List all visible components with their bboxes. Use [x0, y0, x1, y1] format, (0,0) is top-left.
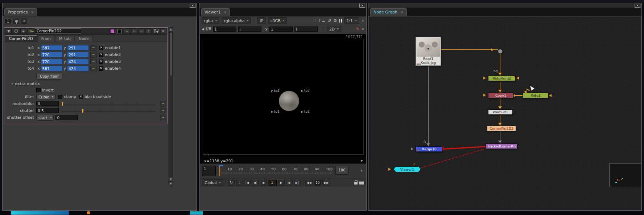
tab-viewer1[interactable]: Viewer1 ✕ [201, 8, 230, 16]
tab-node[interactable]: Node [75, 35, 92, 42]
collapse-panel-icon[interactable]: ▼ [6, 28, 12, 34]
skip-back-button[interactable]: ◀◀ [305, 180, 313, 186]
pin-icon[interactable] [13, 19, 19, 24]
node-dot[interactable] [498, 49, 503, 54]
to2-curve-icon[interactable]: ~ [90, 52, 96, 57]
info-expand-icon[interactable]: ▼ [360, 158, 363, 164]
viewer-canvas[interactable]: 1027,771 3-3 to4 to3 to1 to2 [200, 34, 366, 158]
to3-curve-icon[interactable]: ~ [90, 59, 96, 64]
view-mode-dropdown[interactable]: 2D▾ [327, 26, 341, 32]
taskbar-item[interactable] [11, 211, 69, 215]
gl-color-swatch[interactable] [117, 28, 123, 34]
to1-curve-icon[interactable]: ~ [90, 45, 96, 50]
range-end-box[interactable]: 100 [335, 166, 348, 175]
node-tile-color-swatch[interactable] [110, 28, 115, 34]
enable4-checkbox[interactable]: ✕ [99, 66, 103, 71]
node-name-field[interactable]: CornerPin2D2 [35, 28, 81, 34]
enable3-checkbox[interactable]: ✕ [99, 60, 103, 64]
tab-cornerpin2d[interactable]: CornerPin2D [5, 35, 37, 42]
to2-y-input[interactable]: 291 [67, 52, 89, 57]
shutter-slider[interactable] [62, 109, 156, 112]
scroll-up-icon[interactable]: ▲ [169, 28, 173, 32]
scrollbar-thumb[interactable] [169, 32, 172, 76]
cornerpin-handle-to1[interactable] [271, 111, 273, 113]
cornerpin-handle-to2[interactable] [301, 111, 303, 113]
taskbar-item[interactable] [190, 211, 203, 215]
to4-x-input[interactable]: 587 [41, 66, 63, 71]
center-node-icon[interactable]: + [20, 28, 26, 34]
clear-all-panels-icon[interactable]: ✕ [21, 19, 27, 24]
current-frame-input[interactable]: 1 [202, 166, 216, 176]
motionblur-curve-icon[interactable]: ~ [160, 101, 166, 106]
motionblur-slider[interactable] [62, 102, 156, 105]
monitor-output-icon[interactable] [315, 19, 319, 22]
slider-handle[interactable] [62, 102, 63, 106]
close-panel-icon[interactable]: ✕ [160, 28, 166, 34]
node-graph-window-close-icon[interactable]: ✕ [635, 4, 640, 8]
invert-checkbox[interactable] [36, 88, 41, 92]
tab-node-graph[interactable]: Node Graph ✕ [370, 8, 407, 16]
to3-x-input[interactable]: 720 [41, 59, 63, 64]
shutter-curve-icon[interactable]: ~ [160, 108, 166, 113]
render-flipbook-icon[interactable] [359, 181, 364, 184]
colorspace-dropdown[interactable]: sRGB▾ [268, 17, 287, 24]
to1-x-input[interactable]: 587 [41, 45, 63, 50]
scroll-down-icon[interactable]: ▼ [169, 182, 173, 186]
motionblur-input[interactable]: 0 [36, 101, 59, 106]
tab-properties-close-icon[interactable]: ✕ [31, 11, 34, 14]
gamma-input[interactable]: 1 [269, 27, 293, 32]
gain-input[interactable]: 1 [213, 27, 236, 32]
node-trackedcornerpin[interactable]: TrackedCornerPin [486, 143, 517, 149]
undo-icon[interactable]: ↩ [131, 28, 137, 34]
help-icon[interactable]: ? [146, 28, 152, 34]
shutter-offset-input[interactable]: 0 [55, 115, 78, 120]
tab-viewer1-close-icon[interactable]: ✕ [224, 11, 227, 14]
prev-icon[interactable]: ◀ [202, 27, 204, 31]
timeline-chevrons-icon[interactable]: » [359, 169, 364, 172]
expand-icon[interactable]: ▸ [12, 82, 13, 85]
cornerpin-handle-to3[interactable] [301, 90, 303, 92]
cornerpinned-image[interactable] [279, 91, 299, 111]
go-to-end-button[interactable]: ▶| [294, 180, 301, 186]
filter-dropdown[interactable]: Cubic ▾ [36, 94, 55, 100]
shutter-offset-curve-icon[interactable]: ~ [160, 115, 166, 120]
more-tools-chevrons-icon[interactable]: » [360, 28, 365, 30]
tab-m-tab[interactable]: M_tab [55, 35, 75, 42]
tab-from[interactable]: From [37, 35, 55, 42]
settings-gear-icon[interactable]: ⚙ [333, 18, 337, 23]
gain-slider[interactable] [238, 27, 261, 32]
viewer-window-close-icon[interactable]: ✕ [359, 4, 365, 8]
layout-list-icon[interactable]: ≡ [322, 18, 325, 23]
node-roto2[interactable]: Roto2 [523, 93, 549, 98]
to3-y-input[interactable]: 424 [67, 59, 89, 64]
skip-forward-button[interactable]: ▶▶ [322, 180, 330, 186]
scroll-down-icon[interactable]: ▼ [169, 178, 173, 182]
to1-y-input[interactable]: 291 [67, 45, 89, 50]
taskbar-item[interactable] [87, 211, 90, 214]
input-process-button[interactable]: IP [257, 17, 265, 24]
step-forward-button[interactable]: |▶ [286, 180, 293, 186]
lock-icon[interactable] [354, 182, 358, 184]
key-icon[interactable] [28, 28, 33, 34]
play-forward-button[interactable]: ▶ [278, 180, 285, 186]
to2-x-input[interactable]: 720 [41, 52, 63, 57]
slider-handle[interactable] [82, 109, 83, 113]
properties-scrollbar[interactable]: ▲ ▼ ▼ [169, 27, 173, 186]
clamp-checkbox[interactable] [58, 95, 62, 99]
play-backward-button[interactable]: ◀ [260, 180, 267, 186]
redo-icon[interactable]: ↪ [139, 28, 144, 34]
playhead[interactable] [219, 166, 220, 176]
frame-range-lock-icon[interactable]: I [236, 180, 243, 186]
node-color-icon[interactable] [13, 28, 19, 34]
loop-mode-icon[interactable]: ↻ [228, 180, 235, 186]
enable2-checkbox[interactable]: ✕ [99, 53, 103, 57]
transport-frame-box[interactable]: 1 [268, 180, 277, 186]
channels-dropdown[interactable]: rgba▾ [202, 17, 219, 24]
node-graph-minimap[interactable] [610, 163, 641, 187]
max-panels-count[interactable]: 1 [5, 18, 11, 24]
black-outside-checkbox[interactable]: ✕ [79, 95, 83, 99]
node-graph-canvas[interactable]: bg B 2 Read1 Koala.jpg [369, 17, 641, 210]
tab-node-graph-close-icon[interactable]: ✕ [401, 11, 404, 14]
float-panel-icon[interactable] [153, 28, 159, 34]
pause-icon[interactable] [339, 19, 342, 23]
